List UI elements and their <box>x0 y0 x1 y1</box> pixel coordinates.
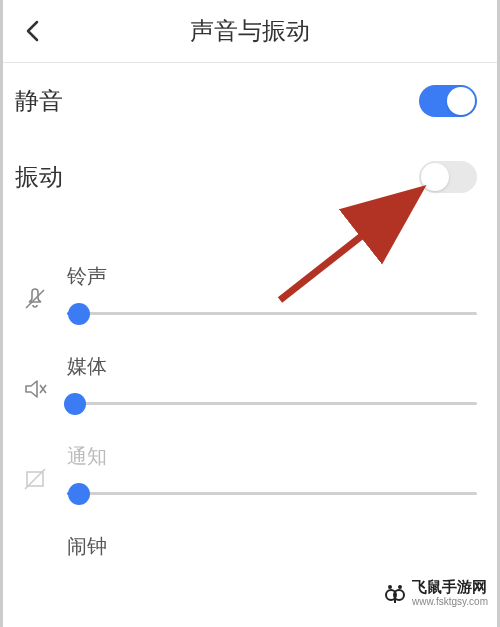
alarm-label: 闹钟 <box>67 533 477 560</box>
back-button[interactable] <box>17 16 47 46</box>
watermark-url: www.fsktgsy.com <box>412 597 488 607</box>
media-section: 媒体 <box>3 335 497 425</box>
media-label: 媒体 <box>67 353 477 380</box>
media-mute-icon <box>21 375 49 403</box>
media-slider[interactable] <box>67 402 477 405</box>
svg-point-6 <box>398 585 402 589</box>
chevron-left-icon <box>25 20 39 42</box>
toggle-knob <box>447 87 475 115</box>
vibrate-row: 振动 <box>3 139 497 215</box>
svg-point-5 <box>388 585 392 589</box>
header: 声音与振动 <box>3 0 497 62</box>
mute-row: 静音 <box>3 63 497 139</box>
slider-thumb <box>68 483 90 505</box>
slider-thumb <box>64 393 86 415</box>
notification-mute-icon <box>21 465 49 493</box>
page-title: 声音与振动 <box>190 15 310 47</box>
notification-slider[interactable] <box>67 492 477 495</box>
toggle-knob <box>421 163 449 191</box>
notification-label: 通知 <box>67 443 477 470</box>
mute-toggle[interactable] <box>419 85 477 117</box>
alarm-section: 闹钟 <box>3 515 497 582</box>
notification-section: 通知 <box>3 425 497 515</box>
ringtone-section: 铃声 <box>3 245 497 335</box>
vibrate-label: 振动 <box>15 161 63 193</box>
slider-thumb <box>68 303 90 325</box>
mute-label: 静音 <box>15 85 63 117</box>
alarm-icon <box>21 552 49 580</box>
watermark-icon <box>383 581 407 605</box>
ringtone-mute-icon <box>21 285 49 313</box>
ringtone-label: 铃声 <box>67 263 477 290</box>
vibrate-toggle[interactable] <box>419 161 477 193</box>
watermark: 飞鼠手游网 www.fsktgsy.com <box>383 578 488 607</box>
ringtone-slider[interactable] <box>67 312 477 315</box>
watermark-brand: 飞鼠手游网 <box>412 578 487 595</box>
